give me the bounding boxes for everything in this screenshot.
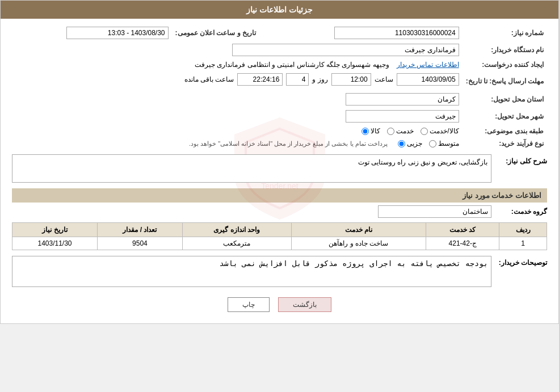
tabaghebandi-label: طبقه بندی موضوعی: [463,125,547,137]
page-wrapper: جزئیات اطلاعات نیاز شماره نیاز: تاریخ و … [0,0,559,324]
ijadKonande-text: وجیهه شهسواری جلگه کارشناس امنیتی و انتظ… [195,61,389,69]
col-tarikh: تاریخ نیاز [12,223,98,237]
cell-namKhedmat: ساخت جاده و راهآهن [291,237,426,250]
sharh-label: شرح کلی نیاز: [496,154,547,165]
tarikhElan-input[interactable] [66,27,169,39]
radio-khedmat-input[interactable] [387,128,394,135]
shahr-input[interactable] [346,110,459,123]
radio-kala-label: کالا [371,127,380,135]
shomareNiaz-label: شماره نیاز: [463,24,547,41]
col-radif: ردیف [499,223,547,237]
cell-tedad: 9504 [97,237,182,250]
mohlat-date-input[interactable] [397,73,459,86]
button-row: بازگشت چاپ [12,297,547,312]
services-table-body: 1 ج-42-421 ساخت جاده و راهآهن مترمکعب 95… [12,237,547,250]
mohlat-baqi-input[interactable] [237,73,283,86]
groheKhedmat-label: گروه خدمت: [496,208,547,216]
radio-khedmat[interactable]: خدمت [387,127,414,135]
chap-button[interactable]: چاپ [228,297,270,312]
ijadKonande-link[interactable]: اطلاعات تماس خریدار [397,61,459,69]
namDastgah-value [12,41,463,58]
shahr-label: شهر محل تحویل: [463,108,547,125]
radio-motvaset-label: متوسط [438,140,459,147]
bazgasht-button[interactable]: بازگشت [278,297,331,312]
page-title: جزئیات اطلاعات نیاز [246,5,313,14]
cell-radif: 1 [499,237,547,250]
sharh-box-wrapper: بازگشایی، تعریض و نیق زنی راه روستایی تو… [12,154,491,183]
row-namDastgah: نام دستگاه خریدار: [12,41,547,58]
radio-kala-khedmat-input[interactable] [421,128,428,135]
radio-kala-khedmat[interactable]: کالا/خدمت [421,127,459,135]
sharh-row: شرح کلی نیاز: بازگشایی، تعریض و نیق زنی … [12,154,547,183]
radio-jozyi-label: جزیی [407,140,422,147]
mohlat-baqi-label: ساعت باقی مانده [184,75,234,83]
shomareNiaz-input[interactable] [334,27,459,39]
radio-motvaset-input[interactable] [429,140,436,147]
ijadKonande-value: اطلاعات تماس خریدار وجیهه شهسواری جلگه ک… [12,58,463,71]
tarikhElan-value [12,24,172,41]
ostan-value [12,91,463,108]
cell-kodKhedmat: ج-42-421 [426,237,499,250]
noeFarayand-label: نوع فرآیند خرید: [463,137,547,150]
col-kodKhedmat: کد خدمت [426,223,499,237]
radio-jozyi[interactable]: جزیی [398,140,422,147]
content-area: شماره نیاز: تاریخ و ساعت اعلان عمومی: نا… [1,19,558,323]
mohlat-saat-label: ساعت [375,75,393,83]
shomareNiaz-value [269,24,462,41]
table-row: 1 ج-42-421 ساخت جاده و راهآهن مترمکعب 95… [12,237,547,250]
services-table: ردیف کد خدمت نام خدمت واحد اندازه گیری ت… [12,222,547,250]
radio-kala[interactable]: کالا [362,127,380,135]
mohlat-row-content: ساعت روز و ساعت باقی مانده [12,71,463,91]
row-ostan: استان محل تحویل: [12,91,547,108]
row-shomareNiaz: شماره نیاز: تاریخ و ساعت اعلان عمومی: [12,24,547,41]
svg-text:Tender.net: Tender.net [261,182,298,191]
row-mohlat: مهلت ارسال پاسخ: تا تاریخ: ساعت روز و سا… [12,71,547,91]
cell-vahed: مترمکعب [182,237,291,250]
radio-jozyi-input[interactable] [398,140,405,147]
radio-kala-khedmat-label: کالا/خدمت [430,127,459,135]
sharh-text: بازگشایی، تعریض و نیق زنی راه روستایی تو… [12,154,491,183]
page-header: جزئیات اطلاعات نیاز [1,1,558,19]
mohlat-roz-label: روز و [312,75,327,83]
row-ijadKonande: ایجاد کننده درخواست: اطلاعات تماس خریدار… [12,58,547,71]
radio-khedmat-label: خدمت [396,127,414,135]
cell-tarikh: 1403/11/30 [12,237,98,250]
namDastgah-label: نام دستگاه خریدار: [463,41,547,58]
radio-kala-input[interactable] [362,128,369,135]
tosih-textarea[interactable]: بودجه تخصیص یافته به اجرای پروژه مذکور ق… [12,256,491,287]
ostan-label: استان محل تحویل: [463,91,547,108]
namDastgah-input[interactable] [232,44,459,56]
groheKhedmat-input[interactable] [378,205,491,218]
tarikhElan-label: تاریخ و ساعت اعلان عمومی: [172,24,259,41]
tosih-label: توصیحات خریدار: [496,256,547,267]
ostan-input[interactable] [346,93,459,106]
mohlat-roz-input[interactable] [286,73,309,86]
tosih-box-wrapper: بودجه تخصیص یافته به اجرای پروژه مذکور ق… [12,256,491,289]
sharh-section: ANA Tender.net شرح کلی نیاز: بازگشایی، ت… [12,154,547,183]
radio-motvaset[interactable]: متوسط [429,140,459,147]
mohlat-saat-input[interactable] [331,73,371,86]
mohlat-label: مهلت ارسال پاسخ: تا تاریخ: [463,71,547,91]
ijadKonande-label: ایجاد کننده درخواست: [463,58,547,71]
tosih-row: توصیحات خریدار: بودجه تخصیص یافته به اجر… [12,256,547,289]
col-tedad: تعداد / مقدار [97,223,182,237]
